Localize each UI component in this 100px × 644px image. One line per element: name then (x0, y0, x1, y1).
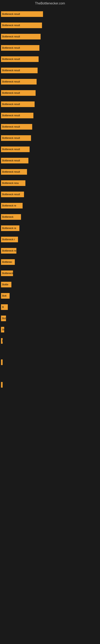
bar-row: Bottleneck resu (1, 180, 99, 186)
bar-label: Bottleneck (2, 216, 13, 218)
bar-row: Bottleneck re (1, 225, 99, 232)
bar-row: Bottleneck result (1, 78, 99, 85)
bar-label: Bottleneck result (2, 69, 20, 72)
bar-item: Bottleneck result (1, 192, 24, 197)
bar-item: B (1, 338, 2, 344)
bar-row: Bottleneck result (1, 124, 99, 130)
bar-row: Bottleneck result (1, 146, 99, 152)
bar-row: Bottleneck result (1, 45, 99, 51)
bar-row: Bottleneck result (1, 191, 99, 198)
bar-label: Bottleneck result (2, 13, 20, 16)
bar-label: B (2, 306, 4, 308)
bar-row: Bottle (1, 281, 99, 288)
bar-item: Bottleneck resu (1, 180, 25, 186)
bar-row: Bot (1, 315, 99, 322)
bar-row: B (1, 304, 99, 310)
bar-row: Bottleneck result (1, 56, 99, 62)
bar-item: Bottleneck result (1, 113, 33, 118)
bar-row: Bottleneck result (1, 158, 99, 164)
thin-bar-1 (1, 360, 99, 365)
bar-item: B (1, 304, 8, 310)
bar-label: Bottleneck result (2, 126, 20, 128)
bar-label: Bottleneck re (2, 204, 16, 207)
bar-item: Bottleneck result (1, 90, 36, 96)
bar-label: Bottleneck resu (2, 182, 19, 184)
bar-label: Bottleneck re (2, 227, 16, 230)
bar-item: Bottleneck re (1, 203, 23, 208)
bar-label: Bottleneck result (2, 24, 20, 27)
bar-item: Bottleneck result (1, 124, 32, 130)
bar-item: Bottleneck result (1, 135, 31, 141)
thin-bar-2 (1, 382, 99, 388)
bar-row: Bottleneck result (1, 112, 99, 119)
bar-item: Bottler (1, 327, 4, 332)
bar-item: Bottlenec (1, 259, 15, 265)
bar-item: Bottleneck result (1, 11, 43, 17)
bar-label: Bottleneck result (2, 46, 20, 49)
bar-row: Bottlenec (1, 259, 99, 265)
bar-item: Bottleneck r (1, 237, 18, 242)
bar-label: Bott (2, 294, 6, 297)
bar-label: Bottleneck result (2, 170, 20, 173)
bar-item: Bottleneck result (1, 158, 28, 164)
bar-item: Bottleneck re (1, 270, 13, 276)
bar-label: Bottlenec (2, 260, 12, 264)
bar-item: Bottleneck re (1, 226, 19, 231)
bar-row: Bottleneck re (1, 202, 99, 209)
bar-row: Bottleneck result (1, 169, 99, 175)
bar-row: Bottler (1, 326, 99, 333)
bar-label: Bottleneck re (2, 272, 13, 275)
bar-label: Bottleneck resu (2, 249, 16, 252)
bar-row: Bottleneck (1, 214, 99, 220)
bar-item: Bot (1, 316, 6, 321)
bar-item: Bottleneck result (1, 68, 38, 73)
bar-item: Bottleneck (1, 214, 21, 220)
bar-item: Bottleneck result (1, 146, 30, 152)
bar-row: Bottleneck result (1, 67, 99, 74)
bar-label: Bottleneck result (2, 148, 20, 151)
site-title: TheBottlenecker.com (0, 0, 100, 7)
bar-item: Bottleneck result (1, 22, 42, 28)
bar-label: Bottleneck result (2, 137, 20, 140)
bar-row: Bottleneck r (1, 236, 99, 243)
chart-area: Bottleneck resultBottleneck resultBottle… (0, 7, 100, 390)
bar-label: Bottleneck result (2, 159, 20, 162)
bar-label: Bottle (2, 283, 8, 286)
bar-label: Bottleneck result (2, 80, 20, 83)
bar-row: B (1, 338, 99, 344)
bar-row: Bottleneck result (1, 11, 99, 17)
bar-row: Bottleneck result (1, 90, 99, 96)
bar-label: Bottleneck result (2, 92, 20, 94)
bar-label: Bottler (2, 328, 4, 331)
bars-container: Bottleneck resultBottleneck resultBottle… (1, 9, 99, 351)
bar-item: Bottleneck result (1, 79, 37, 84)
bar-row: Bottleneck result (1, 135, 99, 141)
bar-label: Bottleneck result (2, 193, 20, 196)
bar-label: Bottleneck result (2, 103, 20, 106)
bar-item: Bottleneck result (1, 169, 27, 175)
bar-label: B (2, 340, 2, 342)
bar-label: Bottleneck result (2, 58, 20, 60)
bar-label: Bottleneck r (2, 238, 15, 241)
bar-row: Bott (1, 292, 99, 299)
bar-label: Bot (2, 317, 6, 320)
bar-item: Bottleneck resu (1, 248, 16, 254)
bar-row: Bottleneck re (1, 270, 99, 276)
bar-label: Bottleneck result (2, 114, 20, 117)
bar-item: Bottleneck result (1, 45, 39, 51)
bar-item: Bottleneck result (1, 56, 39, 62)
bar-item: Bottleneck result (1, 102, 35, 107)
bar-row: Bottleneck result (1, 22, 99, 28)
bar-item: Bott (1, 293, 10, 299)
bar-item: Bottleneck result (1, 34, 41, 40)
bar-row: Bottleneck result (1, 101, 99, 108)
bar-row: Bottleneck resu (1, 248, 99, 254)
bar-row: Bottleneck result (1, 34, 99, 40)
bar-label: Bottleneck result (2, 35, 20, 38)
bar-item: Bottle (1, 282, 11, 288)
